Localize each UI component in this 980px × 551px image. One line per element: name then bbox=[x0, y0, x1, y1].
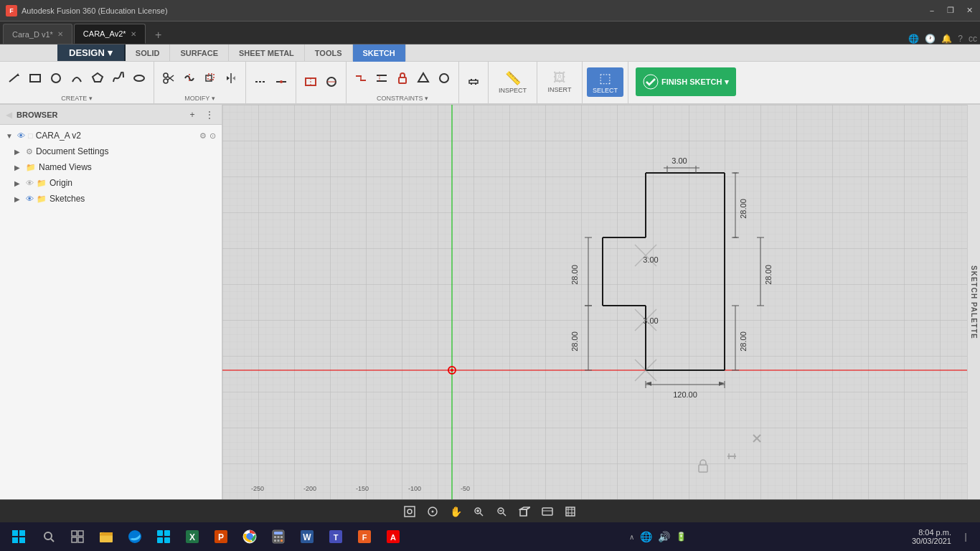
minimize-button[interactable]: − bbox=[927, 6, 937, 16]
svg-text:T: T bbox=[334, 533, 339, 542]
file-explorer-button[interactable] bbox=[95, 525, 118, 548]
powerpoint-button[interactable]: P bbox=[209, 525, 232, 548]
tree-expand-root-icon[interactable]: ▼ bbox=[6, 132, 14, 140]
insert-section: 🖼 INSERT bbox=[537, 62, 583, 103]
grid-display-button[interactable] bbox=[561, 502, 580, 521]
tree-root-more-icon[interactable]: ⊙ bbox=[209, 131, 216, 141]
tab-close-icon[interactable]: ✕ bbox=[57, 30, 63, 38]
coincident-button[interactable] bbox=[351, 68, 371, 88]
svg-rect-122 bbox=[78, 537, 83, 542]
display-mode-button[interactable] bbox=[538, 502, 557, 521]
trim-tool-button[interactable] bbox=[179, 68, 199, 88]
tab-cara-av2[interactable]: CARA_Av2* ✕ bbox=[74, 24, 146, 44]
circle-tool-button[interactable] bbox=[46, 68, 66, 88]
fusion360-button[interactable]: F bbox=[353, 525, 376, 548]
offset-tool-button[interactable] bbox=[200, 68, 220, 88]
tab-help-icon[interactable]: ? bbox=[958, 34, 963, 44]
tree-expand-sketches-icon[interactable]: ▶ bbox=[14, 195, 23, 203]
view-cube-button[interactable] bbox=[515, 502, 534, 521]
tab-solid[interactable]: SOLID bbox=[126, 44, 171, 62]
mirror-tool-button[interactable] bbox=[221, 68, 241, 88]
show-desktop-button[interactable]: | bbox=[957, 532, 974, 542]
view-fit-button[interactable] bbox=[400, 502, 419, 521]
finish-sketch-button[interactable]: FINISH SKETCH ▾ bbox=[636, 67, 736, 96]
line-tool-button[interactable] bbox=[4, 68, 24, 88]
word-icon: W bbox=[299, 529, 315, 545]
browser-collapse-icon[interactable]: ◀ bbox=[6, 110, 12, 120]
midpoint-button[interactable] bbox=[271, 72, 291, 92]
sketch-palette-panel[interactable]: SKETCH PALETTE bbox=[967, 105, 980, 499]
task-view-button[interactable] bbox=[66, 525, 89, 548]
rectangle-tool-button[interactable] bbox=[25, 68, 45, 88]
tab-actions: 🌐 🕐 🔔 ? cc bbox=[908, 34, 977, 44]
insert-button[interactable]: 🖼 INSERT bbox=[542, 67, 578, 96]
parallel-button[interactable] bbox=[372, 68, 392, 88]
triangle-button[interactable] bbox=[413, 68, 433, 88]
tab-sheet-metal[interactable]: SHEET METAL bbox=[229, 44, 305, 62]
visibility-icon[interactable]: 👁 bbox=[17, 131, 25, 140]
mirror-icon bbox=[225, 72, 237, 85]
edge-button[interactable] bbox=[123, 525, 146, 548]
network-icon[interactable]: 🌐 bbox=[640, 531, 652, 542]
arc-tool-button[interactable] bbox=[67, 68, 87, 88]
lock-button[interactable] bbox=[392, 68, 413, 88]
design-button[interactable]: DESIGN ▾ bbox=[57, 44, 126, 61]
tray-chevron-icon[interactable]: ∧ bbox=[629, 533, 634, 541]
sketches-visibility-icon[interactable]: 👁 bbox=[26, 194, 34, 203]
browser-menu-button[interactable]: ⋮ bbox=[203, 108, 216, 121]
origin-visibility-icon[interactable]: 👁 bbox=[26, 179, 34, 187]
tab-clock-icon[interactable]: 🕐 bbox=[925, 34, 936, 44]
home-view-button[interactable] bbox=[423, 502, 442, 521]
tab-globe-icon[interactable]: 🌐 bbox=[908, 34, 919, 44]
tree-item-origin[interactable]: ▶ 👁 📁 Origin bbox=[0, 175, 222, 191]
spline-tool-button[interactable] bbox=[108, 68, 128, 88]
circle3-button[interactable] bbox=[434, 68, 454, 88]
acrobat-button[interactable]: A bbox=[382, 525, 405, 548]
restore-button[interactable]: ❐ bbox=[946, 6, 956, 16]
svg-marker-13 bbox=[227, 76, 230, 80]
calculator-button[interactable] bbox=[267, 525, 290, 548]
construction-line-button[interactable] bbox=[250, 72, 270, 92]
start-button[interactable] bbox=[6, 524, 32, 550]
svg-rect-31 bbox=[469, 80, 478, 83]
inspect-button[interactable]: 📏 INSPECT bbox=[493, 67, 532, 97]
excel-button[interactable]: X bbox=[181, 525, 204, 548]
teams-button[interactable]: T bbox=[324, 525, 347, 548]
search-taskbar-button[interactable] bbox=[37, 525, 60, 548]
tab-close-active-icon[interactable]: ✕ bbox=[131, 30, 136, 38]
pan-button[interactable]: ✋ bbox=[446, 502, 465, 521]
scissors-tool-button[interactable] bbox=[159, 68, 179, 88]
snap-button[interactable] bbox=[463, 72, 484, 92]
zoom-out-button[interactable] bbox=[492, 502, 511, 521]
tree-expand-doc-icon[interactable]: ▶ bbox=[14, 148, 23, 156]
tab-sketch[interactable]: SKETCH bbox=[353, 44, 406, 62]
tab-cara-d[interactable]: Cara_D v1* ✕ bbox=[3, 24, 72, 44]
chrome-button[interactable] bbox=[238, 525, 261, 548]
new-tab-button[interactable]: + bbox=[150, 27, 167, 44]
tree-item-doc-settings[interactable]: ▶ ⚙ Document Settings bbox=[0, 143, 222, 159]
svg-line-0 bbox=[9, 75, 18, 82]
tab-bell-icon[interactable]: 🔔 bbox=[941, 34, 952, 44]
circle2-button[interactable] bbox=[321, 72, 341, 92]
select-button[interactable]: ⬚ SELECT bbox=[587, 67, 623, 97]
taskbar-clock[interactable]: 8:04 p.m. 30/03/2021 bbox=[912, 528, 951, 545]
tree-item-named-views[interactable]: ▶ 📁 Named Views bbox=[0, 159, 222, 175]
zoom-button[interactable] bbox=[469, 502, 488, 521]
tree-item-root[interactable]: ▼ 👁 □ CARA_A v2 ⚙ ⊙ bbox=[0, 128, 222, 143]
tree-item-sketches[interactable]: ▶ 👁 📁 Sketches bbox=[0, 191, 222, 207]
close-button[interactable]: ✕ bbox=[964, 6, 974, 16]
svg-rect-142 bbox=[281, 540, 283, 542]
store-button[interactable] bbox=[152, 525, 175, 548]
settings-gear-icon[interactable]: ⚙ bbox=[199, 131, 207, 141]
ellipse-tool-button[interactable] bbox=[129, 68, 149, 88]
finish-sketch-sublabel bbox=[631, 102, 740, 103]
browser-add-button[interactable]: + bbox=[186, 108, 199, 121]
word-button[interactable]: W bbox=[296, 525, 319, 548]
volume-icon[interactable]: 🔊 bbox=[658, 531, 670, 542]
polygon2-button[interactable] bbox=[301, 72, 321, 92]
tab-surface[interactable]: SURFACE bbox=[170, 44, 229, 62]
tree-expand-named-views-icon[interactable]: ▶ bbox=[14, 164, 23, 171]
tab-tools[interactable]: TOOLS bbox=[305, 44, 353, 62]
tree-expand-origin-icon[interactable]: ▶ bbox=[14, 179, 23, 187]
polygon-tool-button[interactable] bbox=[88, 68, 108, 88]
